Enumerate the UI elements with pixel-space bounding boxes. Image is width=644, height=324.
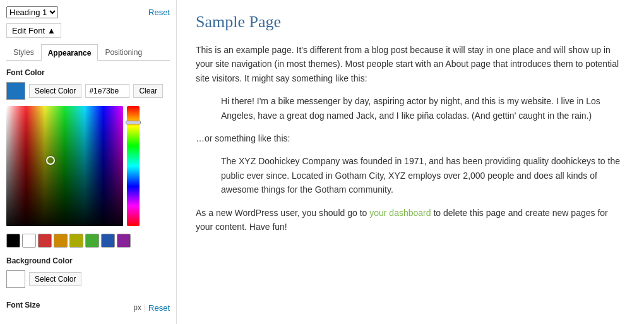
- font-size-separator: |: [144, 303, 146, 312]
- tab-styles[interactable]: Styles: [6, 44, 41, 60]
- bg-color-controls: Select Color: [6, 270, 170, 288]
- font-size-row: Font Size px | Reset: [6, 301, 170, 315]
- paragraph-3-prefix: As a new WordPress user, you should go t…: [196, 208, 369, 218]
- font-size-unit: px: [133, 303, 141, 312]
- bg-select-color-button[interactable]: Select Color: [29, 272, 81, 286]
- blockquote-2: The XYZ Doohickey Company was founded in…: [221, 154, 625, 196]
- font-color-hex-input[interactable]: [85, 84, 129, 98]
- swatch-orange[interactable]: [54, 234, 68, 248]
- heading-select[interactable]: Heading 1 Heading 2 Heading 3: [6, 6, 58, 18]
- heading-row: Heading 1 Heading 2 Heading 3 Reset: [6, 6, 170, 18]
- tab-appearance[interactable]: Appearance: [41, 44, 98, 61]
- edit-font-label: Edit Font: [12, 26, 45, 35]
- blockquote-2-text: The XYZ Doohickey Company was founded in…: [221, 154, 625, 196]
- paragraph-2: …or something like this:: [196, 131, 625, 145]
- font-size-reset-link[interactable]: Reset: [148, 303, 170, 313]
- swatch-black[interactable]: [6, 234, 20, 248]
- swatch-white[interactable]: [22, 234, 36, 248]
- swatch-blue[interactable]: [101, 234, 115, 248]
- bg-color-section: Background Color Select Color: [6, 256, 170, 294]
- dashboard-link[interactable]: your dashboard: [369, 208, 431, 218]
- hue-slider[interactable]: [127, 106, 140, 226]
- font-size-controls: px | Reset: [133, 303, 170, 313]
- paragraph-1: This is an example page. It's different …: [196, 43, 625, 85]
- right-panel: Sample Page This is an example page. It'…: [177, 0, 644, 324]
- color-swatches-row: [6, 234, 170, 248]
- bg-color-swatch[interactable]: [6, 270, 25, 288]
- color-gradient-picker[interactable]: [6, 106, 123, 226]
- swatch-yellow[interactable]: [69, 234, 83, 248]
- font-select-color-button[interactable]: Select Color: [29, 84, 81, 98]
- blockquote-1: Hi there! I'm a bike messenger by day, a…: [221, 94, 625, 123]
- swatch-red[interactable]: [38, 234, 52, 248]
- page-content: This is an example page. It's different …: [196, 43, 625, 234]
- edit-font-row: Edit Font ▲: [6, 23, 170, 38]
- edit-font-arrow: ▲: [47, 26, 56, 35]
- paragraph-3: As a new WordPress user, you should go t…: [196, 206, 625, 234]
- font-color-label: Font Color: [6, 68, 170, 77]
- font-color-swatch[interactable]: [6, 82, 25, 100]
- font-color-controls: Select Color Clear: [6, 82, 170, 100]
- tab-positioning[interactable]: Positioning: [98, 44, 149, 60]
- font-color-clear-button[interactable]: Clear: [133, 84, 163, 98]
- page-title: Sample Page: [196, 13, 625, 32]
- tabs-row: Styles Appearance Positioning: [6, 44, 170, 61]
- heading-reset-link[interactable]: Reset: [148, 8, 170, 17]
- swatch-green[interactable]: [85, 234, 99, 248]
- bg-color-label: Background Color: [6, 256, 170, 265]
- swatch-purple[interactable]: [117, 234, 131, 248]
- left-panel: Heading 1 Heading 2 Heading 3 Reset Edit…: [0, 0, 177, 324]
- hue-thumb: [126, 121, 141, 124]
- color-picker-area: [6, 106, 170, 226]
- edit-font-button[interactable]: Edit Font ▲: [6, 23, 61, 38]
- font-size-label: Font Size: [6, 301, 40, 309]
- blockquote-1-text: Hi there! I'm a bike messenger by day, a…: [221, 94, 625, 123]
